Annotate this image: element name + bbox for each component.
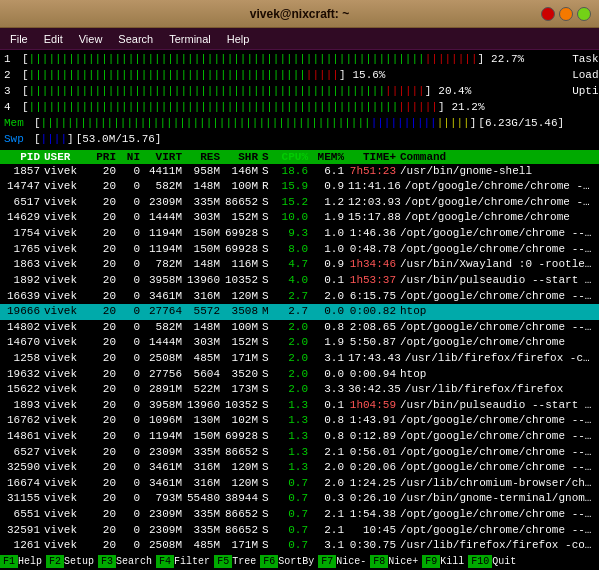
fn-label-f8: Nice+ [388, 556, 418, 567]
header-cpu: CPU% [272, 151, 310, 163]
fn-label-f3: Search [116, 556, 152, 567]
table-row[interactable]: 1893 vivek 20 0 3958M 13960 10352 S 1.3 … [0, 398, 599, 414]
table-row[interactable]: 6527 vivek 20 0 2309M 335M 86652 S 1.3 2… [0, 445, 599, 461]
header-virt: VIRT [142, 151, 184, 163]
table-row[interactable]: 16762 vivek 20 0 1096M 130M 102M S 1.3 0… [0, 413, 599, 429]
table-row[interactable]: 16639 vivek 20 0 3461M 316M 120M S 2.7 2… [0, 289, 599, 305]
table-row[interactable]: 6517 vivek 20 0 2309M 335M 86652 S 15.2 … [0, 195, 599, 211]
menubar: File Edit View Search Terminal Help [0, 28, 599, 50]
load-row: Load average: 1.18 1.20 1.11 [572, 68, 599, 84]
menu-search[interactable]: Search [112, 31, 159, 47]
table-row[interactable]: 19632 vivek 20 0 27756 5604 3520 S 2.0 0… [0, 367, 599, 383]
bottom-bar: F1HelpF2SetupF3SearchF4FilterF5TreeF6Sor… [0, 552, 599, 570]
fn-key-f9[interactable]: F9 [422, 555, 440, 568]
header-res: RES [184, 151, 222, 163]
table-row[interactable]: 1863 vivek 20 0 782M 148M 116M S 4.7 0.9… [0, 257, 599, 273]
mem-row: Mem[||||||||||||||||||||||||||||||||||||… [4, 116, 564, 132]
cpu-row-3: 3[||||||||||||||||||||||||||||||||||||||… [4, 84, 564, 100]
cpu-row-4: 4[||||||||||||||||||||||||||||||||||||||… [4, 100, 564, 116]
header-ni: NI [118, 151, 142, 163]
fn-key-f2[interactable]: F2 [46, 555, 64, 568]
swp-row: Swp[||||][53.0M/15.76] [4, 132, 564, 148]
table-row[interactable]: 14802 vivek 20 0 582M 148M 100M S 2.0 0.… [0, 320, 599, 336]
menu-file[interactable]: File [4, 31, 34, 47]
fn-key-f6[interactable]: F6 [260, 555, 278, 568]
fn-key-f4[interactable]: F4 [156, 555, 174, 568]
table-row[interactable]: 1857 vivek 20 0 4411M 958M 146M S 18.6 6… [0, 164, 599, 180]
tasks-row: Tasks: 346, 882 thr; 2 running [572, 52, 599, 68]
fn-label-f7: Nice- [336, 556, 366, 567]
fn-key-f1[interactable]: F1 [0, 555, 18, 568]
menu-edit[interactable]: Edit [38, 31, 69, 47]
window-title: vivek@nixcraft: ~ [58, 7, 541, 21]
fn-label-f4: Filter [174, 556, 210, 567]
header-time: TIME+ [346, 151, 398, 163]
cpu-row-1: 1[||||||||||||||||||||||||||||||||||||||… [4, 52, 564, 68]
table-row[interactable]: 16674 vivek 20 0 3461M 316M 120M S 0.7 2… [0, 476, 599, 492]
table-row[interactable]: 1261 vivek 20 0 2508M 485M 171M S 0.7 3.… [0, 538, 599, 552]
table-row[interactable]: 19666 vivek 20 0 27764 5572 3508 M 2.7 0… [0, 304, 599, 320]
fn-label-f1: Help [18, 556, 42, 567]
menu-view[interactable]: View [73, 31, 109, 47]
fn-label-f10: Quit [492, 556, 516, 567]
cpu-row-2: 2[||||||||||||||||||||||||||||||||||||||… [4, 68, 564, 84]
stats-area: 1[||||||||||||||||||||||||||||||||||||||… [0, 50, 599, 150]
table-row[interactable]: 1754 vivek 20 0 1194M 150M 69928 S 9.3 1… [0, 226, 599, 242]
table-row[interactable]: 14747 vivek 20 0 582M 148M 100M R 15.9 0… [0, 179, 599, 195]
header-pid: PID [2, 151, 42, 163]
header-shr: SHR [222, 151, 260, 163]
process-table: PID USER PRI NI VIRT RES SHR S CPU% MEM%… [0, 150, 599, 552]
table-row[interactable]: 14670 vivek 20 0 1444M 303M 152M S 2.0 1… [0, 335, 599, 351]
fn-label-f2: Setup [64, 556, 94, 567]
fn-key-f7[interactable]: F7 [318, 555, 336, 568]
fn-label-f6: SortBy [278, 556, 314, 567]
fn-key-f5[interactable]: F5 [214, 555, 232, 568]
table-row[interactable]: 1765 vivek 20 0 1194M 150M 69928 S 8.0 1… [0, 242, 599, 258]
maximize-button[interactable] [577, 7, 591, 21]
table-row[interactable]: 1258 vivek 20 0 2508M 485M 171M S 2.0 3.… [0, 351, 599, 367]
menu-terminal[interactable]: Terminal [163, 31, 217, 47]
table-header: PID USER PRI NI VIRT RES SHR S CPU% MEM%… [0, 150, 599, 164]
htop-area: 1[||||||||||||||||||||||||||||||||||||||… [0, 50, 599, 570]
table-row[interactable]: 1892 vivek 20 0 3958M 13960 10352 S 4.0 … [0, 273, 599, 289]
fn-label-f5: Tree [232, 556, 256, 567]
table-body: 1857 vivek 20 0 4411M 958M 146M S 18.6 6… [0, 164, 599, 552]
table-row[interactable]: 14861 vivek 20 0 1194M 150M 69928 S 1.3 … [0, 429, 599, 445]
right-stats: Tasks: 346, 882 thr; 2 running Load aver… [564, 52, 599, 148]
header-mem: MEM% [310, 151, 346, 163]
window-controls [541, 7, 591, 21]
header-user: USER [42, 151, 94, 163]
menu-help[interactable]: Help [221, 31, 256, 47]
fn-label-f9: Kill [440, 556, 464, 567]
titlebar: vivek@nixcraft: ~ [0, 0, 599, 28]
table-row[interactable]: 31155 vivek 20 0 793M 55480 38944 S 0.7 … [0, 491, 599, 507]
fn-key-f8[interactable]: F8 [370, 555, 388, 568]
close-button[interactable] [541, 7, 555, 21]
minimize-button[interactable] [559, 7, 573, 21]
table-row[interactable]: 14629 vivek 20 0 1444M 303M 152M S 10.0 … [0, 210, 599, 226]
header-s: S [260, 151, 272, 163]
fn-key-f3[interactable]: F3 [98, 555, 116, 568]
header-cmd: Command [398, 151, 597, 163]
cpu-meters: 1[||||||||||||||||||||||||||||||||||||||… [4, 52, 564, 148]
table-row[interactable]: 6551 vivek 20 0 2309M 335M 86652 S 0.7 2… [0, 507, 599, 523]
table-row[interactable]: 32591 vivek 20 0 2309M 335M 86652 S 0.7 … [0, 523, 599, 539]
table-row[interactable]: 15622 vivek 20 0 2891M 522M 173M S 2.0 3… [0, 382, 599, 398]
uptime-row: Uptime: 11 days, 05:46:38 [572, 84, 599, 100]
fn-key-f10[interactable]: F10 [468, 555, 492, 568]
header-pri: PRI [94, 151, 118, 163]
table-row[interactable]: 32590 vivek 20 0 3461M 316M 120M S 1.3 2… [0, 460, 599, 476]
